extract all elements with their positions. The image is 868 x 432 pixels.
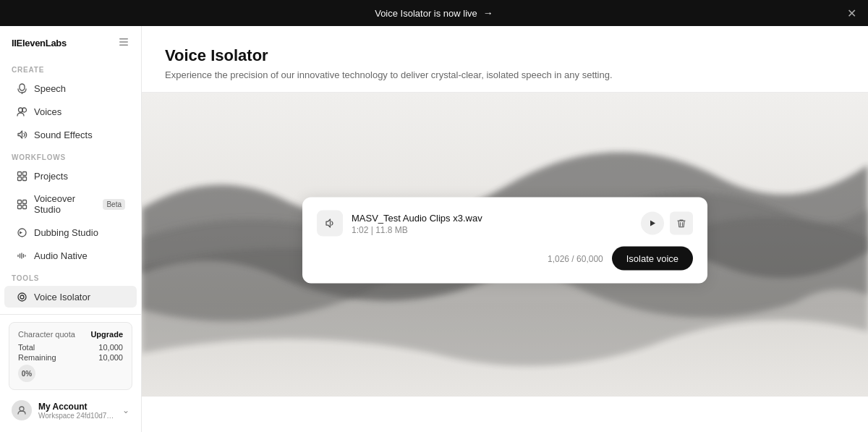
voiceover-studio-label: Voiceover Studio <box>34 193 95 215</box>
svg-rect-0 <box>119 38 128 40</box>
svg-rect-12 <box>22 200 26 203</box>
quota-total-value: 10,000 <box>98 343 123 352</box>
voice-isolator-label: Voice Isolator <box>34 292 90 302</box>
dubbing-studio-label: Dubbing Studio <box>34 227 98 238</box>
audio-native-label: Audio Native <box>34 250 88 261</box>
projects-icon <box>16 170 27 182</box>
svg-rect-14 <box>22 205 26 208</box>
user-chevron-icon: ⌄ <box>122 405 129 415</box>
quota-remaining-value: 10,000 <box>98 353 123 362</box>
svg-rect-9 <box>17 177 21 180</box>
svg-rect-11 <box>17 200 21 203</box>
voice-isolator-icon <box>16 291 27 302</box>
page-header: Voice Isolator Experience the precision … <box>142 26 868 93</box>
quota-percent: 0% <box>18 365 35 382</box>
sidebar-header: IIElevenLabs <box>0 26 141 59</box>
banner-arrow-icon: → <box>483 7 493 19</box>
upload-card: MASV_Test Audio Clips x3.wav 1:02 | 11.8… <box>302 198 707 284</box>
main-content: Voice Isolator Experience the precision … <box>142 26 868 432</box>
wave-area: MASV_Test Audio Clips x3.wav 1:02 | 11.8… <box>142 93 868 397</box>
svg-point-17 <box>20 295 24 299</box>
sidebar-item-dubbing-studio[interactable]: Dubbing Studio <box>4 221 137 243</box>
banner-close-button[interactable]: ✕ <box>847 7 856 20</box>
voices-icon <box>16 106 27 117</box>
svg-rect-7 <box>17 171 21 175</box>
file-meta: 1:02 | 11.8 MB <box>352 224 632 234</box>
projects-label: Projects <box>34 171 68 182</box>
quota-remaining-label: Remaining <box>18 353 56 362</box>
audio-native-icon <box>16 250 27 261</box>
upgrade-button[interactable]: Upgrade <box>90 330 123 339</box>
user-workspace: Workspace 24fd10d7e5... <box>38 412 116 420</box>
speech-icon <box>16 82 27 94</box>
svg-rect-10 <box>22 177 26 180</box>
section-label-workflows: WORKFLOWS <box>0 146 141 164</box>
card-footer: 1,026 / 60,000 Isolate voice <box>317 247 693 271</box>
sidebar-item-speech[interactable]: Speech <box>4 77 137 99</box>
page-title: Voice Isolator <box>165 46 845 65</box>
sidebar: IIElevenLabs CREATE Speech Voices <box>0 26 142 432</box>
voices-label: Voices <box>34 106 61 117</box>
sidebar-item-sound-effects[interactable]: Sound Effects <box>4 124 137 145</box>
voiceover-icon <box>16 198 27 210</box>
banner-text: Voice Isolator is now live <box>375 8 477 19</box>
sidebar-item-voice-isolator[interactable]: Voice Isolator <box>4 286 137 308</box>
svg-rect-2 <box>119 45 128 46</box>
svg-rect-13 <box>17 205 21 208</box>
top-banner: Voice Isolator is now live → ✕ <box>0 0 868 26</box>
sidebar-item-projects[interactable]: Projects <box>4 165 137 187</box>
isolate-voice-button[interactable]: Isolate voice <box>612 247 693 271</box>
quota-display: 1,026 / 60,000 <box>548 253 603 263</box>
quota-total-label: Total <box>18 343 35 352</box>
quota-card: Character quota Upgrade Total 10,000 Rem… <box>9 322 132 390</box>
section-label-tools: TOOLS <box>0 267 141 285</box>
svg-point-18 <box>20 407 24 411</box>
file-row: MASV_Test Audio Clips x3.wav 1:02 | 11.8… <box>317 211 693 237</box>
file-info: MASV_Test Audio Clips x3.wav 1:02 | 11.8… <box>352 212 632 234</box>
svg-rect-1 <box>119 41 128 43</box>
sidebar-item-voiceover-studio[interactable]: Voiceover Studio Beta <box>4 188 137 220</box>
sound-effects-label: Sound Effects <box>34 130 93 140</box>
user-row[interactable]: My Account Workspace 24fd10d7e5... ⌄ <box>9 396 132 425</box>
svg-rect-3 <box>20 84 25 90</box>
quota-title: Character quota <box>18 330 75 339</box>
file-name: MASV_Test Audio Clips x3.wav <box>352 212 632 223</box>
sidebar-item-audio-native[interactable]: Audio Native <box>4 245 137 266</box>
dubbing-icon <box>16 226 27 238</box>
logo: IIElevenLabs <box>12 38 67 48</box>
volume-button[interactable] <box>317 211 343 237</box>
section-label-create: CREATE <box>0 59 141 77</box>
svg-point-16 <box>18 293 26 301</box>
file-actions <box>641 212 693 235</box>
user-avatar <box>12 400 32 420</box>
user-info: My Account Workspace 24fd10d7e5... <box>38 402 116 420</box>
user-name: My Account <box>38 402 116 412</box>
svg-rect-8 <box>22 171 26 175</box>
speech-label: Speech <box>34 83 66 94</box>
delete-button[interactable] <box>670 212 693 235</box>
sidebar-item-voices[interactable]: Voices <box>4 101 137 122</box>
play-button[interactable] <box>641 212 664 235</box>
sidebar-toggle-icon[interactable] <box>118 36 129 50</box>
page-subtitle: Experience the precision of our innovati… <box>165 69 845 80</box>
beta-badge: Beta <box>103 199 125 210</box>
sound-effects-icon <box>16 129 27 140</box>
sidebar-bottom: Character quota Upgrade Total 10,000 Rem… <box>0 314 141 432</box>
